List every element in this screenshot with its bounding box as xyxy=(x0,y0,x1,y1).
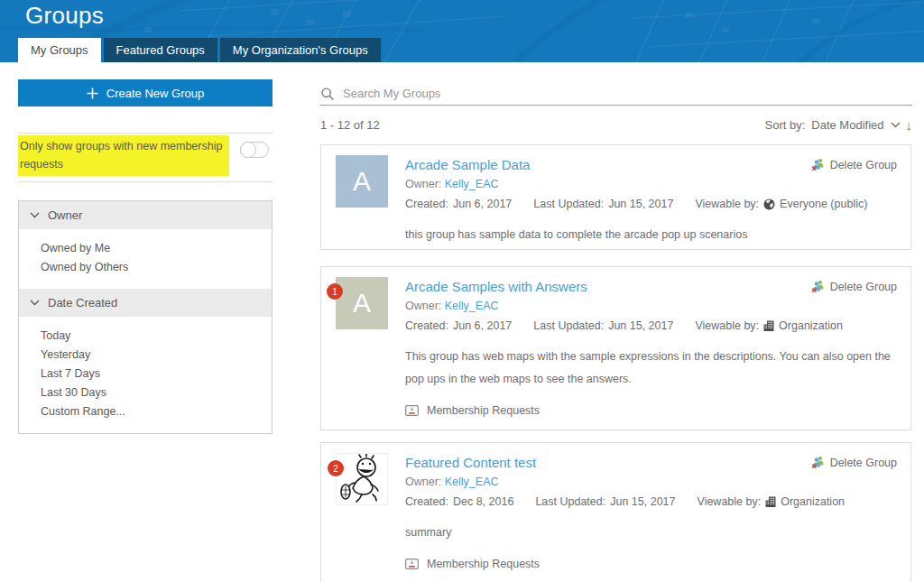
owner-link[interactable]: Kelly_EAC xyxy=(445,300,499,312)
sidebar-divider-top xyxy=(18,133,273,134)
group-description: summary xyxy=(405,522,897,544)
updated-value: Jun 15, 2017 xyxy=(608,198,673,210)
filter-today[interactable]: Today xyxy=(41,327,272,346)
create-new-group-label: Create New Group xyxy=(106,87,204,100)
created-label: Created: xyxy=(405,319,448,332)
updated-label: Last Updated: xyxy=(533,319,604,332)
filter-yesterday[interactable]: Yesterday xyxy=(41,346,272,365)
owner-link[interactable]: Kelly_EAC xyxy=(445,476,499,488)
owner-line: Owner: Kelly_EAC xyxy=(405,178,897,190)
group-title-link[interactable]: Arcade Samples with Answers xyxy=(405,279,587,295)
viewable-label: Viewable by: xyxy=(695,319,759,332)
group-thumbnail[interactable]: 1 A xyxy=(336,277,388,329)
delete-group-button[interactable]: Delete Group xyxy=(811,280,897,293)
sort-by-value: Date Modified xyxy=(811,118,883,132)
owner-label: Owner: xyxy=(405,300,441,312)
owner-label: Owner: xyxy=(405,178,441,190)
organization-icon xyxy=(763,320,774,331)
owner-filter-items: Owned by Me Owned by Others xyxy=(19,229,272,289)
updated-label: Last Updated: xyxy=(535,495,605,508)
date-filter-items: Today Yesterday Last 7 Days Last 30 Days… xyxy=(19,317,272,433)
tab-my-organizations-groups[interactable]: My Organization's Groups xyxy=(220,38,381,62)
page-header: Groups My Groups Featured Groups My Orga… xyxy=(0,0,924,62)
thumbnail-letter: A xyxy=(353,288,371,319)
created-value: Dec 8, 2016 xyxy=(453,495,513,508)
toggle-knob xyxy=(240,142,256,158)
result-count: 1 - 12 of 12 xyxy=(320,118,380,132)
viewable-value: Everyone (public) xyxy=(780,198,867,210)
group-card: A Arcade Sample Data Owner: Kelly_EAC Cr… xyxy=(320,144,911,250)
membership-filter-label: Only show groups with new membership req… xyxy=(18,135,229,176)
viewable-label: Viewable by: xyxy=(698,495,762,508)
filter-section-title: Date Created xyxy=(48,296,117,309)
filter-last-7-days[interactable]: Last 7 Days xyxy=(41,365,272,383)
delete-group-button[interactable]: Delete Group xyxy=(811,456,897,469)
owner-line: Owner: Kelly_EAC xyxy=(405,300,897,312)
created-label: Created: xyxy=(405,495,448,508)
membership-requests-link[interactable]: Membership Requests xyxy=(405,404,897,417)
sort-by-dropdown[interactable]: Sort by: Date Modified xyxy=(764,118,900,132)
group-card-body: Featured Content test Owner: Kelly_EAC C… xyxy=(405,453,897,582)
group-title-link[interactable]: Featured Content test xyxy=(405,455,536,471)
chevron-down-icon xyxy=(30,212,40,218)
tab-featured-groups[interactable]: Featured Groups xyxy=(104,38,217,62)
membership-filter-row: Only show groups with new membership req… xyxy=(18,135,273,176)
delete-group-label: Delete Group xyxy=(830,457,897,469)
filter-owned-by-me[interactable]: Owned by Me xyxy=(41,239,272,258)
chevron-down-icon xyxy=(30,300,40,306)
page-title: Groups xyxy=(25,2,104,30)
created-value: Jun 6, 2017 xyxy=(453,198,512,210)
plus-icon xyxy=(87,88,98,99)
group-card: 2 Featured Content test Owner: Kelly_EAC xyxy=(320,442,911,582)
cartoon-thumbnail-image xyxy=(337,454,387,504)
sort-by-label: Sort by: xyxy=(764,118,805,132)
filter-panel: Owner Owned by Me Owned by Others Date C… xyxy=(18,200,273,434)
search-input[interactable] xyxy=(343,87,912,100)
membership-request-count-badge: 2 xyxy=(328,460,344,476)
filter-owned-by-others[interactable]: Owned by Others xyxy=(41,258,272,277)
viewable-value: Organization xyxy=(781,495,845,508)
filter-section-owner[interactable]: Owner xyxy=(19,201,272,229)
group-card: 1 A Arcade Samples with Answers Owner: K… xyxy=(320,266,911,430)
organization-icon xyxy=(765,496,776,507)
filter-section-date-created[interactable]: Date Created xyxy=(19,289,272,317)
delete-group-label: Delete Group xyxy=(830,281,897,293)
membership-requests-link[interactable]: Membership Requests xyxy=(405,558,897,570)
meta-line: Created: Jun 6, 2017 Last Updated: Jun 1… xyxy=(405,319,897,332)
membership-filter-toggle[interactable] xyxy=(240,142,269,158)
viewable-label: Viewable by: xyxy=(695,198,759,210)
meta-line: Created: Jun 6, 2017 Last Updated: Jun 1… xyxy=(405,198,897,210)
owner-line: Owner: Kelly_EAC xyxy=(405,476,897,488)
filter-section-title: Owner xyxy=(48,208,82,222)
filter-last-30-days[interactable]: Last 30 Days xyxy=(41,383,272,402)
membership-requests-label: Membership Requests xyxy=(427,404,540,417)
tab-bar: My Groups Featured Groups My Organizatio… xyxy=(18,38,383,62)
meta-line: Created: Dec 8, 2016 Last Updated: Jun 1… xyxy=(405,495,897,508)
group-thumbnail[interactable]: 2 xyxy=(336,453,388,505)
tab-my-groups[interactable]: My Groups xyxy=(18,38,101,62)
membership-requests-icon xyxy=(405,405,419,417)
created-label: Created: xyxy=(405,198,448,210)
updated-value: Jun 15, 2017 xyxy=(610,495,675,508)
delete-group-button[interactable]: Delete Group xyxy=(811,158,897,171)
chevron-down-icon xyxy=(891,122,901,128)
globe-icon xyxy=(763,199,775,210)
create-new-group-button[interactable]: Create New Group xyxy=(18,79,273,106)
owner-link[interactable]: Kelly_EAC xyxy=(445,178,499,190)
updated-value: Jun 15, 2017 xyxy=(608,319,673,332)
owner-label: Owner: xyxy=(405,476,441,488)
group-card-body: Arcade Samples with Answers Owner: Kelly… xyxy=(405,277,897,419)
viewable-value: Organization xyxy=(779,319,843,332)
filter-custom-range[interactable]: Custom Range... xyxy=(41,402,272,421)
sidebar-divider-bottom xyxy=(18,181,273,182)
sort-direction-icon[interactable]: ↓ xyxy=(906,117,913,133)
group-title-link[interactable]: Arcade Sample Data xyxy=(405,157,530,173)
membership-requests-icon xyxy=(405,559,419,570)
group-thumbnail[interactable]: A xyxy=(336,155,388,208)
created-value: Jun 6, 2017 xyxy=(453,319,512,332)
delete-group-icon xyxy=(811,158,825,171)
delete-group-icon xyxy=(811,280,825,293)
delete-group-icon xyxy=(811,456,825,469)
thumbnail-letter: A xyxy=(353,166,371,197)
search-icon xyxy=(320,87,335,101)
